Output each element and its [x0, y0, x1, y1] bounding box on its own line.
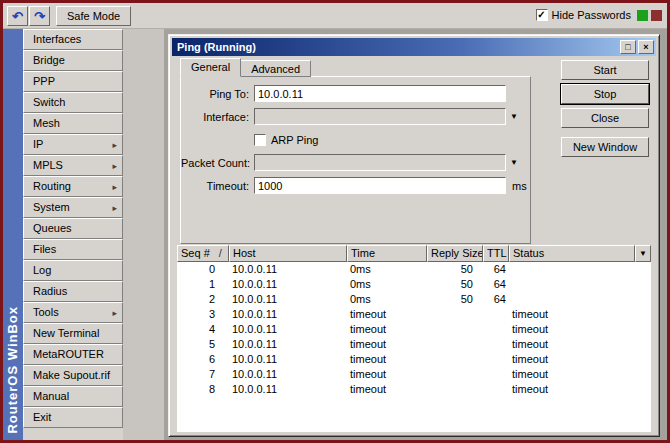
cell-seq: 4: [177, 322, 229, 337]
sidebar-item-label: Switch: [33, 96, 65, 108]
cell-host: 10.0.0.11: [229, 367, 347, 382]
sidebar-item-label: Exit: [33, 411, 51, 423]
close-button[interactable]: Close: [561, 108, 649, 128]
arp-ping-checkbox[interactable]: [254, 134, 266, 146]
cell-ttl: [483, 307, 509, 322]
interface-dropdown-icon[interactable]: ▼: [510, 113, 518, 121]
column-header-seq[interactable]: Seq # /: [177, 245, 229, 262]
sidebar-item[interactable]: Log ▸: [23, 260, 123, 281]
cell-time: 0ms: [347, 262, 427, 277]
sidebar-item[interactable]: Tools ▸: [23, 302, 123, 323]
cell-seq: 7: [177, 367, 229, 382]
cell-status: [509, 292, 651, 307]
brand-title: RouterOS WinBox: [5, 306, 20, 434]
table-row[interactable]: 5 10.0.0.11 timeout timeout: [177, 337, 651, 352]
safe-mode-button[interactable]: Safe Mode: [56, 6, 131, 26]
arp-ping-label: ARP Ping: [271, 134, 319, 146]
cell-ttl: [483, 337, 509, 352]
sidebar-item[interactable]: PPP ▸: [23, 71, 123, 92]
table-row[interactable]: 4 10.0.0.11 timeout timeout: [177, 322, 651, 337]
column-header-time[interactable]: Time: [347, 245, 427, 262]
sidebar-item-label: Files: [33, 243, 56, 255]
sidebar-item-label: Manual: [33, 390, 69, 402]
table-row[interactable]: 8 10.0.0.11 timeout timeout: [177, 382, 651, 397]
sidebar-item[interactable]: Manual ▸: [23, 386, 123, 407]
sidebar-item-label: Log: [33, 264, 51, 276]
sidebar-item-label: Tools: [33, 306, 59, 318]
cell-reply-size: [427, 382, 483, 397]
cell-time: timeout: [347, 307, 427, 322]
sidebar-item-label: Make Supout.rif: [33, 369, 110, 381]
column-header-host[interactable]: Host: [229, 245, 347, 262]
table-row[interactable]: 7 10.0.0.11 timeout timeout: [177, 367, 651, 382]
sidebar-item[interactable]: IP ▸: [23, 134, 123, 155]
status-indicator-green-icon: [637, 10, 648, 21]
sidebar-item[interactable]: MPLS ▸: [23, 155, 123, 176]
column-menu-button[interactable]: ▼: [635, 245, 651, 262]
cell-host: 10.0.0.11: [229, 322, 347, 337]
cell-ttl: [483, 382, 509, 397]
timeout-unit: ms: [512, 180, 527, 192]
close-window-button[interactable]: ×: [638, 40, 654, 54]
sidebar-item-label: MPLS: [33, 159, 63, 171]
table-row[interactable]: 0 10.0.0.11 0ms 50 64: [177, 262, 651, 277]
sidebar-item[interactable]: Bridge ▸: [23, 50, 123, 71]
stop-button[interactable]: Stop: [561, 84, 649, 104]
submenu-arrow-icon: ▸: [112, 198, 117, 218]
timeout-input[interactable]: [254, 177, 506, 194]
sidebar-item-label: Routing: [33, 180, 71, 192]
column-header-status[interactable]: Status: [509, 245, 635, 262]
sidebar-item[interactable]: System ▸: [23, 197, 123, 218]
timeout-row: Timeout: ms: [181, 177, 530, 194]
ping-to-input[interactable]: [254, 85, 506, 102]
table-row[interactable]: 6 10.0.0.11 timeout timeout: [177, 352, 651, 367]
cell-ttl: 64: [483, 277, 509, 292]
maximize-button[interactable]: □: [620, 40, 636, 54]
sidebar-item[interactable]: Switch ▸: [23, 92, 123, 113]
check-icon: ✓: [537, 10, 545, 20]
cell-status: [509, 277, 651, 292]
column-header-ttl[interactable]: TTL: [483, 245, 509, 262]
sidebar-item[interactable]: MetaROUTER ▸: [23, 344, 123, 365]
cell-reply-size: 50: [427, 292, 483, 307]
table-row[interactable]: 1 10.0.0.11 0ms 50 64: [177, 277, 651, 292]
sidebar-item[interactable]: Interfaces ▸: [23, 29, 123, 50]
cell-host: 10.0.0.11: [229, 337, 347, 352]
cell-host: 10.0.0.11: [229, 352, 347, 367]
cell-ttl: [483, 322, 509, 337]
window-title: Ping (Running): [177, 41, 618, 53]
sidebar-item[interactable]: Exit ▸: [23, 407, 123, 428]
sidebar-item[interactable]: Make Supout.rif ▸: [23, 365, 123, 386]
packet-count-dropdown-icon[interactable]: ▼: [510, 159, 518, 167]
table-row[interactable]: 3 10.0.0.11 timeout timeout: [177, 307, 651, 322]
column-header-reply-size[interactable]: Reply Size: [427, 245, 483, 262]
cell-status: timeout: [509, 367, 651, 382]
sidebar-item-label: MetaROUTER: [33, 348, 104, 360]
tab-general[interactable]: General: [180, 58, 241, 77]
table-row[interactable]: 2 10.0.0.11 0ms 50 64: [177, 292, 651, 307]
interface-label: Interface:: [181, 111, 249, 123]
hide-passwords-checkbox[interactable]: ✓: [536, 9, 548, 21]
sidebar-item[interactable]: New Terminal ▸: [23, 323, 123, 344]
interface-select[interactable]: [254, 108, 506, 125]
sidebar-item[interactable]: Mesh ▸: [23, 113, 123, 134]
sidebar-scroll-track[interactable]: [123, 29, 164, 440]
packet-count-select[interactable]: [254, 154, 506, 171]
sort-indicator-icon: /: [219, 247, 222, 259]
cell-status: timeout: [509, 322, 651, 337]
sidebar-item[interactable]: Routing ▸: [23, 176, 123, 197]
sidebar-item[interactable]: Files ▸: [23, 239, 123, 260]
cell-host: 10.0.0.11: [229, 307, 347, 322]
ping-window-titlebar[interactable]: Ping (Running) □ ×: [172, 38, 656, 56]
sidebar-item[interactable]: Queues ▸: [23, 218, 123, 239]
status-indicator-red-icon: [651, 10, 662, 21]
start-button[interactable]: Start: [561, 60, 649, 80]
sidebar-item-label: Bridge: [33, 54, 65, 66]
new-window-button[interactable]: New Window: [561, 137, 649, 157]
sidebar-item[interactable]: Radius ▸: [23, 281, 123, 302]
redo-button[interactable]: ↷: [29, 6, 50, 26]
cell-time: timeout: [347, 382, 427, 397]
undo-button[interactable]: ↶: [7, 6, 28, 26]
close-icon: ×: [643, 43, 648, 52]
tab-advanced[interactable]: Advanced: [241, 60, 311, 77]
